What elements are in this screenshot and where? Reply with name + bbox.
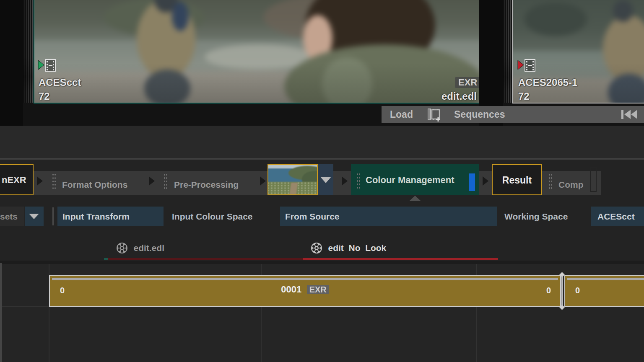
clip-thumbnail[interactable] <box>267 164 318 195</box>
chevron-down-icon <box>320 177 331 183</box>
tab-underline-active <box>303 258 498 260</box>
film-reel-icon <box>310 242 323 254</box>
colour-space-label-right: ACES2065-1 <box>518 77 577 88</box>
clip-out-value: 0 <box>546 286 551 295</box>
thumbnail-dropdown-button[interactable] <box>318 164 333 195</box>
pipeline-arrow-icon <box>260 176 266 186</box>
presets-button[interactable]: sets <box>0 207 24 226</box>
vertical-divider <box>52 207 54 225</box>
input-transform-label: Input Transform <box>62 212 130 222</box>
input-colour-space-field[interactable]: From Source <box>280 207 497 226</box>
input-colour-space-value: From Source <box>285 212 340 222</box>
pipeline-arrow-icon <box>483 176 488 186</box>
tab-edit-edl[interactable]: edit.edl <box>116 242 164 254</box>
viewer-overscan-hatch-right <box>503 0 512 103</box>
play-filmstrip-icon-left <box>38 59 57 73</box>
result-node-label: Result <box>493 175 541 186</box>
pipeline-arrow-icon <box>37 176 43 186</box>
tab-edit-no-look[interactable]: edit_No_Look <box>310 242 386 254</box>
grip-handle[interactable] <box>356 173 361 189</box>
viewer-left-margin <box>0 0 23 126</box>
clip-top-strip <box>52 278 558 280</box>
clip-format-badge: EXR <box>307 285 329 294</box>
skip-to-start-icon[interactable] <box>621 109 638 120</box>
colour-management-label: Colour Management <box>366 175 454 186</box>
clip-in-value: 0 <box>575 286 580 295</box>
tab-label: edit.edl <box>133 243 164 253</box>
sequences-button[interactable]: Sequences <box>454 106 505 123</box>
tab-label: edit_No_Look <box>328 243 386 253</box>
cut-handle[interactable] <box>561 274 563 308</box>
play-filmstrip-icon-right <box>517 59 537 73</box>
clip-name: 0001 <box>281 284 301 295</box>
thumbnail-photo <box>267 164 318 195</box>
pipeline-node-comp[interactable]: Comp <box>558 180 584 190</box>
pipeline-node-result[interactable]: Result <box>492 164 542 195</box>
selected-node-pointer-icon <box>409 196 421 201</box>
frame-count-right: 72 <box>518 90 530 102</box>
colour-space-label-left: ACEScct <box>39 77 81 88</box>
load-button[interactable]: Load <box>390 106 413 123</box>
empty-panel-band <box>0 126 644 158</box>
input-colour-space-label: Input Colour Space <box>172 212 253 222</box>
blue-marker <box>469 173 475 191</box>
pipeline-node-input[interactable]: nEXR <box>0 164 34 195</box>
add-sequence-icon[interactable] <box>427 108 443 122</box>
clip-name-left: edit.edl <box>441 90 477 102</box>
format-badge-left: EXR <box>455 77 480 88</box>
timeline-top-gap <box>0 261 644 264</box>
chevron-down-icon <box>29 214 39 219</box>
tab-underline-inactive <box>108 258 303 260</box>
working-space-field[interactable]: ACEScct <box>591 207 644 226</box>
grip-handle[interactable] <box>164 173 168 189</box>
pipeline-arrow-icon <box>342 176 348 186</box>
label-shade <box>34 63 480 103</box>
input-node-label: nEXR <box>2 175 26 186</box>
presets-dropdown-button[interactable] <box>25 207 44 226</box>
pipeline-node-colour-management[interactable]: Colour Management <box>351 164 479 195</box>
frame-count-left: 72 <box>39 90 50 102</box>
working-space-label: Working Space <box>504 212 568 222</box>
presets-label: sets <box>0 212 18 222</box>
timeline-clip-0001[interactable]: 0 0001 EXR 0 <box>49 275 561 307</box>
film-reel-icon <box>116 242 128 254</box>
viewer-overscan-hatch-left <box>23 0 34 103</box>
grip-handle[interactable] <box>548 173 553 189</box>
clip-top-strip <box>567 278 644 280</box>
pipeline-node-pre-processing[interactable]: Pre-Processing <box>174 180 239 190</box>
input-transform-tab[interactable]: Input Transform <box>57 207 164 226</box>
clip-title: 0001 EXR <box>50 284 560 295</box>
pipeline-node-format-options[interactable]: Format Options <box>62 180 127 190</box>
timeline-left-scrollbar[interactable] <box>0 263 2 362</box>
comp-slot <box>590 167 597 192</box>
grip-handle[interactable] <box>52 173 56 189</box>
working-space-value: ACEScct <box>597 212 635 222</box>
timeline-clip-next[interactable]: 0 <box>564 275 644 307</box>
tab-underline-green <box>104 258 108 260</box>
viewer-image-left[interactable] <box>34 0 481 103</box>
colour-grading-app: ACEScct 72 EXR edit.edl ACES2065-1 72 Lo… <box>0 0 644 362</box>
pipeline-arrow-icon <box>149 176 155 186</box>
viewer-toolbar: Load Sequences <box>382 106 644 123</box>
